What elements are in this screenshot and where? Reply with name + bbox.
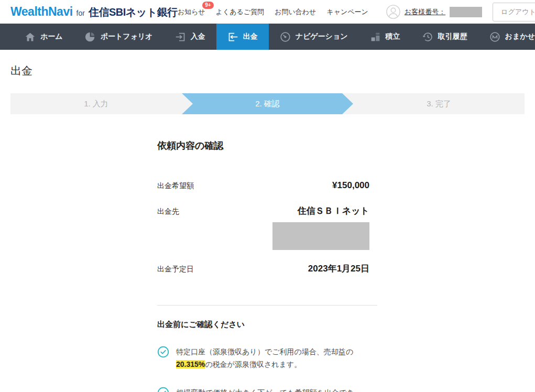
nav-label: 取引履歴	[438, 32, 467, 41]
nav-label: ホーム	[40, 32, 63, 41]
tsumitate-bars-icon	[370, 31, 381, 42]
row-withdraw-date: 出金予定日 2023年1月25日	[157, 263, 369, 275]
nav-label: おまかせNISA	[505, 32, 535, 41]
confirm-rows: 出金希望額 ¥150,000 出金先 住信ＳＢＩネット 出金予定日 2023年1…	[157, 180, 377, 275]
nav-item-navigation[interactable]: ナビゲーション	[269, 24, 359, 50]
nav-label: 出金	[243, 32, 258, 41]
campaign-link[interactable]: キャンペーン	[326, 7, 368, 17]
notice-heading: 出金前にご確認ください	[157, 320, 377, 330]
nav-item-tsumitate[interactable]: 積立	[359, 24, 411, 50]
confirm-heading: 依頼内容の確認	[157, 139, 377, 152]
row-label: 出金希望額	[157, 181, 194, 191]
withdraw-icon	[227, 31, 238, 42]
section-divider	[157, 305, 377, 306]
news-count-badge: 9+	[202, 2, 213, 9]
page-title: 出金	[10, 63, 535, 78]
nav-item-withdraw[interactable]: 出金	[216, 24, 269, 50]
check-circle-icon	[157, 387, 169, 392]
nav-item-omakase-nisa[interactable]: おまかせNISA	[478, 24, 535, 50]
confirm-panel: 依頼内容の確認 出金希望額 ¥150,000 出金先 住信ＳＢＩネット 出金予定…	[157, 139, 377, 392]
account-area[interactable]: お客様番号：	[386, 5, 482, 19]
user-avatar-icon	[386, 5, 400, 19]
nav-label: 入金	[191, 32, 205, 41]
withdraw-destination-value: 住信ＳＢＩネット	[298, 205, 369, 217]
nav-label: ナビゲーション	[296, 32, 348, 41]
row-label: 出金先	[157, 207, 179, 216]
notice-item-sell-extra: 相場変動で価格が大きく下がっても希望額を出金できるように多めに売却を行います。	[157, 386, 377, 392]
faq-link[interactable]: よくあるご質問	[216, 7, 265, 17]
wealthnavi-n-icon	[489, 31, 500, 42]
home-icon	[25, 31, 36, 42]
progress-steps: 1. 入力 2. 確認 3. 完了	[10, 93, 525, 114]
navigation-gauge-icon	[280, 31, 291, 42]
logout-button[interactable]: ログアウト	[493, 3, 535, 21]
notice-text: 相場変動で価格が大きく下がっても希望額を出金できるように多めに売却を行います。	[176, 386, 359, 392]
withdraw-date-value: 2023年1月25日	[308, 263, 369, 275]
step-3-complete: 3. 完了	[353, 93, 525, 114]
notice-item-tax: 特定口座（源泉徴収あり）でご利用の場合、売却益の20.315%の税金が源泉徴収さ…	[157, 345, 377, 371]
step-2-confirm: 2. 確認	[182, 93, 353, 114]
step-1-input: 1. 入力	[10, 93, 182, 114]
nav-label: ポートフォリオ	[101, 32, 153, 41]
logo-for-text: for	[77, 9, 85, 17]
row-withdraw-destination: 出金先 住信ＳＢＩネット	[157, 205, 369, 217]
nav-item-portfolio[interactable]: ポートフォリオ	[74, 24, 164, 50]
logo-partner-text: 住信SBIネット銀行	[89, 5, 178, 19]
withdraw-amount-value: ¥150,000	[332, 180, 369, 191]
nav-item-history[interactable]: 取引履歴	[411, 24, 478, 50]
history-clock-icon	[422, 31, 433, 42]
main-navigation: ホーム ポートフォリオ 入金 出金 ナビゲーション	[0, 24, 535, 50]
nav-label: 積立	[386, 32, 400, 41]
customer-number-redacted	[450, 7, 482, 17]
deposit-icon	[175, 31, 186, 42]
customer-number-label[interactable]: お客様番号：	[405, 7, 445, 17]
news-link[interactable]: お知らせ 9+	[178, 7, 205, 17]
nav-item-deposit[interactable]: 入金	[164, 24, 216, 50]
contact-link[interactable]: お問い合わせ	[275, 7, 316, 17]
utility-nav: お知らせ 9+ よくあるご質問 お問い合わせ キャンペーン お客様番号： ログア…	[178, 3, 535, 21]
portfolio-pie-icon	[85, 31, 96, 42]
wealthnavi-logo[interactable]: WealthNavi for 住信SBIネット銀行	[10, 5, 178, 19]
top-header: WealthNavi for 住信SBIネット銀行 お知らせ 9+ よくあるご質…	[0, 0, 535, 24]
logo-brand-text: WealthNavi	[10, 5, 73, 19]
row-label: 出金予定日	[157, 265, 194, 274]
notice-text: 特定口座（源泉徴収あり）でご利用の場合、売却益の20.315%の税金が源泉徴収さ…	[176, 345, 359, 371]
account-details-redacted	[272, 222, 369, 250]
check-circle-icon	[157, 346, 169, 358]
nav-item-home[interactable]: ホーム	[14, 24, 74, 50]
row-withdraw-amount: 出金希望額 ¥150,000	[157, 180, 369, 191]
